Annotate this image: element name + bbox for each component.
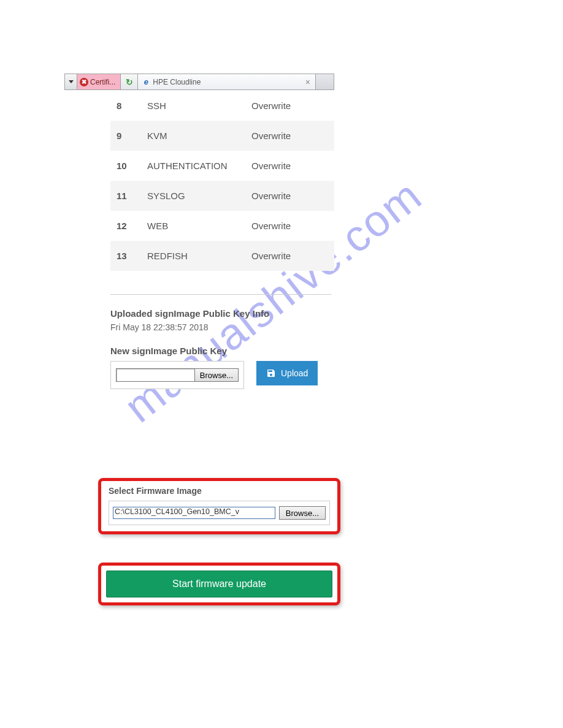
row-service: SYSLOG bbox=[141, 181, 245, 211]
ie-icon: e bbox=[142, 78, 150, 86]
table-row: 10AUTHENTICATIONOverwrite bbox=[110, 151, 334, 181]
firmware-path-input[interactable]: C:\CL3100_CL4100_Gen10_BMC_v bbox=[113, 507, 275, 519]
row-action: Overwrite bbox=[245, 241, 334, 271]
table-row: 8SSHOverwrite bbox=[110, 91, 334, 121]
upload-button-label: Upload bbox=[281, 368, 308, 378]
start-firmware-update-button[interactable]: Start firmware update bbox=[106, 571, 332, 597]
tab-active-label: HPE Cloudline bbox=[153, 78, 201, 86]
row-action: Overwrite bbox=[245, 91, 334, 121]
row-action: Overwrite bbox=[245, 121, 334, 151]
row-number: 11 bbox=[110, 181, 141, 211]
row-number: 8 bbox=[110, 91, 141, 121]
row-number: 12 bbox=[110, 211, 141, 241]
tab-cert-label: Certifi... bbox=[90, 78, 115, 86]
refresh-icon: ↻ bbox=[126, 77, 133, 87]
pubkey-timestamp: Fri May 18 22:38:57 2018 bbox=[110, 322, 334, 332]
tab-dropdown-button[interactable] bbox=[65, 74, 77, 89]
upload-button[interactable]: Upload bbox=[256, 361, 318, 385]
table-row: 12WEBOverwrite bbox=[110, 211, 334, 241]
row-service: REDFISH bbox=[141, 241, 245, 271]
row-number: 13 bbox=[110, 241, 141, 271]
row-service: WEB bbox=[141, 211, 245, 241]
browser-tab-bar: ✖ Certifi... ↻ e HPE Cloudline × bbox=[64, 74, 334, 90]
row-service: SSH bbox=[141, 91, 245, 121]
table-row: 11SYSLOGOverwrite bbox=[110, 181, 334, 211]
row-service: KVM bbox=[141, 121, 245, 151]
pubkey-file-path-input[interactable] bbox=[116, 368, 194, 382]
table-row: 9KVMOverwrite bbox=[110, 121, 334, 151]
save-icon bbox=[266, 368, 276, 378]
new-tab-button[interactable] bbox=[315, 74, 334, 89]
pubkey-browse-button[interactable]: Browse... bbox=[194, 368, 239, 382]
firmware-browse-button[interactable]: Browse... bbox=[279, 506, 326, 520]
close-tab-button[interactable]: × bbox=[305, 77, 310, 87]
start-update-section: Start firmware update bbox=[98, 563, 340, 605]
table-row: 13REDFISHOverwrite bbox=[110, 241, 334, 271]
row-service: AUTHENTICATION bbox=[141, 151, 245, 181]
row-action: Overwrite bbox=[245, 181, 334, 211]
tab-certificate-error[interactable]: ✖ Certifi... bbox=[77, 74, 121, 89]
row-action: Overwrite bbox=[245, 151, 334, 181]
new-pubkey-label: New signImage Public Key bbox=[110, 346, 334, 356]
select-firmware-section: Select Firmware Image C:\CL3100_CL4100_G… bbox=[98, 478, 340, 534]
row-number: 9 bbox=[110, 121, 141, 151]
pubkey-file-field: Browse... bbox=[110, 361, 244, 389]
select-firmware-title: Select Firmware Image bbox=[109, 486, 330, 496]
pubkey-info-title: Uploaded signImage Public Key Info bbox=[110, 308, 334, 319]
section-divider bbox=[110, 294, 331, 295]
row-action: Overwrite bbox=[245, 211, 334, 241]
tab-hpe-cloudline[interactable]: e HPE Cloudline × bbox=[138, 74, 315, 89]
config-table: 8SSHOverwrite9KVMOverwrite10AUTHENTICATI… bbox=[110, 91, 334, 271]
refresh-button[interactable]: ↻ bbox=[121, 74, 138, 89]
chevron-down-icon bbox=[69, 80, 74, 83]
row-number: 10 bbox=[110, 151, 141, 181]
error-icon: ✖ bbox=[80, 78, 88, 86]
